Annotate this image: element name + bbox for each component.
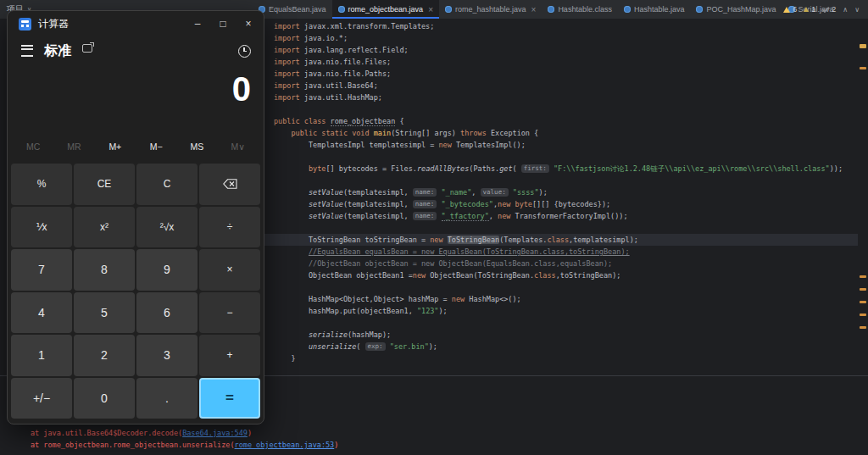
code-token bbox=[274, 164, 309, 173]
code-token: value: bbox=[481, 188, 509, 197]
code-token: java.nio.file.Paths; bbox=[300, 69, 391, 78]
code-line: byte[] bytecodes = Files.readAllBytes(Pa… bbox=[264, 163, 858, 175]
stack-trace-text: ) bbox=[334, 441, 338, 449]
inspection-weak-warning: 1 bbox=[804, 5, 815, 14]
code-line bbox=[264, 222, 858, 234]
calc-key-5[interactable]: 5 bbox=[74, 292, 135, 334]
calc-key-0[interactable]: 0 bbox=[74, 378, 135, 419]
close-tab-icon[interactable]: × bbox=[531, 5, 537, 14]
code-token: ( bbox=[356, 342, 364, 351]
calc-key-multiply[interactable]: × bbox=[199, 249, 260, 291]
editor-tab[interactable]: rome_hashtable.java× bbox=[439, 0, 542, 19]
calc-key-square-root[interactable]: ²√x bbox=[136, 207, 198, 248]
calc-key-clear[interactable]: C bbox=[136, 164, 198, 205]
code-token: java.nio.file.Files; bbox=[300, 58, 391, 66]
code-line bbox=[264, 175, 858, 186]
history-icon[interactable] bbox=[238, 45, 251, 58]
editor-tab[interactable]: rome_objectbean.java× bbox=[332, 0, 439, 19]
calc-key-percent[interactable]: % bbox=[11, 164, 72, 205]
close-button[interactable]: × bbox=[236, 11, 261, 36]
calc-key-reciprocal[interactable]: ⅟x bbox=[11, 207, 72, 248]
inspections-widget[interactable]: 612∧∨ bbox=[783, 0, 860, 19]
calc-key-7[interactable]: 7 bbox=[11, 249, 72, 291]
code-token: ,toStringBean); bbox=[556, 271, 621, 280]
code-token bbox=[274, 247, 309, 256]
code-token bbox=[274, 342, 309, 351]
calc-key-8[interactable]: 8 bbox=[74, 249, 135, 291]
code-line: import java.lang.reflect.Field; bbox=[264, 44, 858, 56]
code-token: import bbox=[274, 46, 300, 54]
memory-button[interactable]: M∨ bbox=[218, 141, 259, 152]
memory-button[interactable]: MR bbox=[53, 141, 94, 152]
editor-tab[interactable]: POC_HashMap.java bbox=[690, 0, 782, 19]
code-token: public static void bbox=[291, 129, 373, 137]
code-token: [] bytecodes = Files. bbox=[326, 164, 416, 173]
calc-key-backspace[interactable] bbox=[199, 164, 260, 205]
calc-key-1[interactable]: 1 bbox=[11, 335, 72, 376]
class-file-icon bbox=[548, 6, 554, 13]
code-token: javax.xml.transform.Templates; bbox=[300, 22, 435, 31]
code-token: ObjectBean(ToStringBean. bbox=[426, 271, 534, 280]
stack-trace-link[interactable]: rome_objectbean.java:53 bbox=[235, 441, 335, 449]
memory-button[interactable]: MC bbox=[13, 141, 53, 152]
calc-key-6[interactable]: 6 bbox=[136, 292, 198, 334]
code-token: } bbox=[274, 354, 296, 363]
calc-key-divide[interactable]: ÷ bbox=[199, 207, 260, 248]
calc-keypad: %CEC⅟xx²²√x÷789×456−123++/−0.= bbox=[11, 164, 260, 419]
maximize-button[interactable]: □ bbox=[210, 11, 236, 36]
close-tab-icon[interactable]: × bbox=[428, 5, 433, 14]
code-line: //ObjectBean objectBean = new ObjectBean… bbox=[264, 258, 858, 269]
code-line: import java.io.*; bbox=[264, 32, 858, 44]
calc-key-4[interactable]: 4 bbox=[11, 292, 72, 334]
calc-key-equals[interactable]: = bbox=[199, 378, 260, 419]
editor-tab[interactable]: Hashtable.java bbox=[618, 0, 691, 19]
tab-label: EqualsBean.java bbox=[269, 5, 326, 14]
calc-key-9[interactable]: 9 bbox=[136, 249, 198, 291]
calc-titlebar[interactable]: 计算器 –□× bbox=[8, 11, 264, 36]
code-token: import bbox=[274, 58, 300, 66]
code-token: new bbox=[430, 236, 442, 244]
code-token: )); bbox=[830, 164, 843, 173]
code-line: public static void main(String[] args) t… bbox=[264, 127, 858, 139]
keep-on-top-icon[interactable] bbox=[82, 44, 92, 53]
calc-key-add[interactable]: + bbox=[199, 335, 260, 376]
memory-button[interactable]: M− bbox=[136, 141, 176, 152]
code-token: readAllBytes bbox=[417, 164, 469, 173]
calc-key-clear-entry[interactable]: CE bbox=[74, 164, 135, 205]
code-token: ( bbox=[513, 164, 521, 173]
calc-mode-label: 标准 bbox=[44, 42, 71, 60]
editor-scrollbar[interactable] bbox=[858, 19, 868, 375]
tab-label: rome_hashtable.java bbox=[455, 5, 526, 14]
code-token: ); bbox=[539, 188, 548, 197]
code-token: ,templatesimpl); bbox=[569, 236, 638, 244]
calc-display: 0 bbox=[8, 65, 264, 113]
calc-key-decimal[interactable]: . bbox=[136, 378, 198, 419]
code-line: ObjectBean objectBean1 =new ObjectBean(T… bbox=[264, 269, 858, 281]
calc-key-square[interactable]: x² bbox=[74, 207, 135, 248]
editor-tab[interactable]: Hashtable.class bbox=[542, 0, 618, 19]
code-token: class bbox=[534, 271, 556, 280]
calc-key-negate[interactable]: +/− bbox=[11, 378, 72, 419]
code-token: HashMap<Object,Object> hashMap = bbox=[274, 295, 452, 303]
code-token: new byte bbox=[498, 200, 532, 208]
code-line: HashMap<Object,Object> hashMap = new Has… bbox=[264, 293, 858, 305]
calc-key-subtract[interactable]: − bbox=[199, 292, 260, 334]
inspection-typo: 2 bbox=[822, 5, 836, 14]
next-issue-button[interactable]: ∨ bbox=[854, 6, 860, 14]
stack-trace-line: at rome_objectbean.rome_objectbean.unser… bbox=[31, 439, 338, 451]
memory-button[interactable]: MS bbox=[176, 141, 217, 152]
minimize-button[interactable]: – bbox=[185, 11, 210, 36]
memory-button[interactable]: M+ bbox=[95, 141, 136, 152]
code-area[interactable]: import javax.xml.transform.Templates;imp… bbox=[264, 20, 858, 364]
editor-tab[interactable]: EqualsBean.java bbox=[253, 0, 332, 19]
menu-icon[interactable] bbox=[21, 45, 33, 57]
code-token: setValue bbox=[309, 188, 343, 197]
code-token: "F:\\fastjson讨论1.2.48链子\\api\\ez_api\\ro… bbox=[554, 164, 830, 173]
calc-key-3[interactable]: 3 bbox=[136, 335, 198, 376]
class-file-icon bbox=[338, 6, 345, 13]
code-line: serialize(hashMap); bbox=[264, 329, 858, 341]
calc-key-2[interactable]: 2 bbox=[74, 335, 135, 376]
stack-trace-link[interactable]: Base64.java:549 bbox=[182, 429, 248, 437]
previous-issue-button[interactable]: ∧ bbox=[843, 6, 848, 14]
stack-trace-line: at java.util.Base64$Decoder.decode(Base6… bbox=[31, 427, 338, 439]
